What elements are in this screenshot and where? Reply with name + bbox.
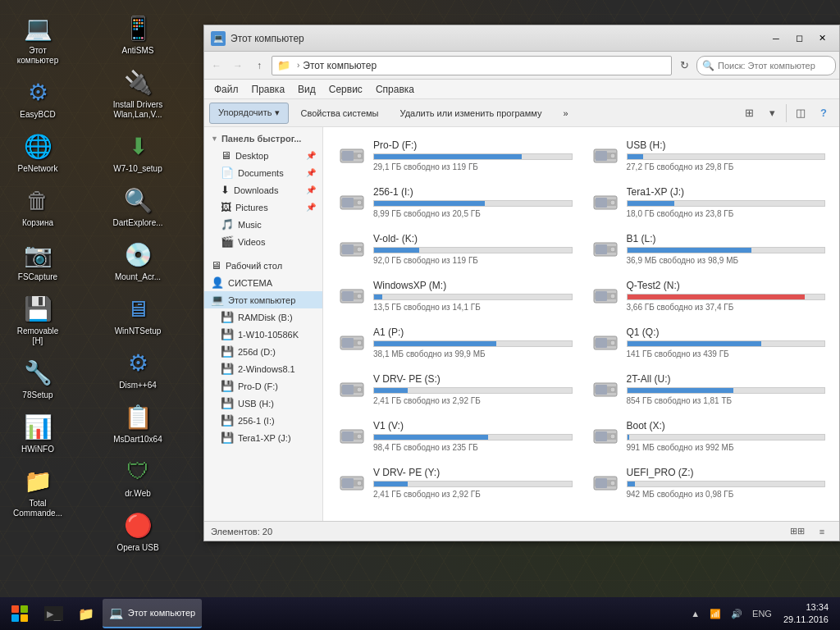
taskbar-this-pc[interactable]: 💻 Этот компьютер xyxy=(103,599,202,628)
sidebar-item-this-pc[interactable]: 💻 Этот компьютер xyxy=(204,291,322,308)
desktop-icon-8[interactable]: 📁 Total Commande... xyxy=(8,461,67,522)
sidebar-item-ramdisk[interactable]: 💾 RAMDisk (B:) xyxy=(204,308,322,326)
drive-item-0[interactable]: Pro-D (F:) 29,1 ГБ свободно из 119 ГБ xyxy=(330,134,580,177)
clock-time: 13:34 xyxy=(783,601,829,614)
systray-arrow[interactable]: ▲ xyxy=(687,609,703,619)
more-button[interactable]: » xyxy=(554,103,577,124)
sidebar-item-videos[interactable]: 🎬 Videos xyxy=(204,233,322,250)
drive-item-15[interactable]: UEFI_PRO (Z:) 942 МБ свободно из 0,98 ГБ xyxy=(583,461,833,504)
sidebar-item-music[interactable]: 🎵 Music xyxy=(204,216,322,233)
drive-item-8[interactable]: A1 (P:) 38,1 МБ свободно из 99,9 МБ xyxy=(330,321,580,364)
drive-bar-container-5 xyxy=(627,247,826,253)
systray-network[interactable]: 📶 xyxy=(706,609,724,619)
menu-item-правка[interactable]: Правка xyxy=(245,82,292,97)
drive-item-5[interactable]: B1 (L:) 36,9 МБ свободно из 98,9 МБ xyxy=(583,227,833,271)
drive-item-12[interactable]: V1 (V:) 98,4 ГБ свободно из 235 ГБ xyxy=(330,414,580,458)
desktop-icon-0[interactable]: 💻 Этот компьютер xyxy=(8,8,67,69)
menu-item-справка[interactable]: Справка xyxy=(369,82,421,97)
search-input[interactable] xyxy=(718,61,830,71)
drive-icon-2 xyxy=(337,188,367,217)
desktop-icon-5[interactable]: 💾 Removable [H] xyxy=(8,289,67,349)
desktop-icon-10[interactable]: 🔌 Install Drivers Wlan,Lan,V... xyxy=(108,62,167,123)
systray-lang[interactable]: ENG xyxy=(749,609,775,619)
close-button[interactable]: ✕ xyxy=(811,30,833,47)
desktop-icon-3[interactable]: 🗑 Корзина xyxy=(8,180,67,231)
back-button[interactable]: ← xyxy=(208,57,226,75)
address-box[interactable]: 📁 › Этот компьютер xyxy=(272,56,672,75)
sidebar-item-256d[interactable]: 💾 256d (D:) xyxy=(204,343,322,360)
organize-button[interactable]: Упорядочить ▾ xyxy=(209,103,289,124)
sidebar-item-w10[interactable]: 💾 1-W10-10586K xyxy=(204,326,322,343)
drive-item-3[interactable]: Tera1-XP (J:) 18,0 ГБ свободно из 23,8 Г… xyxy=(583,180,833,224)
sidebar-item-win8[interactable]: 💾 2-Windows8.1 xyxy=(204,360,322,377)
taskbar-explorer[interactable]: 📁 xyxy=(71,599,101,628)
maximize-button[interactable]: ◻ xyxy=(788,30,810,47)
quick-access-header[interactable]: ▼ Панель быстрог... xyxy=(204,130,322,147)
desktop-icon-4[interactable]: 📷 FSCapture xyxy=(8,235,67,285)
details-pane-button[interactable]: ◫ xyxy=(790,103,811,124)
svg-rect-22 xyxy=(596,244,607,254)
help-button[interactable]: ? xyxy=(813,103,834,124)
drive-item-9[interactable]: Q1 (Q:) 141 ГБ свободно из 439 ГБ xyxy=(583,321,833,364)
taskbar-cmd[interactable]: ▶_ xyxy=(38,599,70,628)
desktop-icon-7[interactable]: 📊 HWiNFO xyxy=(8,407,67,458)
desktop-icon-15[interactable]: ⚙ Dism++64 xyxy=(108,343,167,394)
status-bar: Элементов: 20 ⊞⊞ ≡ xyxy=(204,521,839,541)
view-options-button[interactable]: ▾ xyxy=(761,103,783,124)
desktop-icon-9[interactable]: 📱 AntiSMS xyxy=(108,8,167,59)
sidebar-item-tera1[interactable]: 💾 Tera1-XP (J:) xyxy=(204,429,322,446)
status-view-1[interactable]: ⊞⊞ xyxy=(787,521,808,542)
desktop-icon-17[interactable]: 🛡 dr.Web xyxy=(108,451,167,502)
drive-space-2: 8,99 ГБ свободно из 20,5 ГБ xyxy=(373,209,573,218)
desktop-icon-1[interactable]: ⚙ EasyBCD xyxy=(8,72,67,123)
start-button[interactable] xyxy=(3,599,36,628)
desktop-icon-12[interactable]: 🔍 DartExplore... xyxy=(108,180,167,231)
drive-icon-0 xyxy=(337,141,367,171)
drive-item-10[interactable]: V DRV- PE (S:) 2,41 ГБ свободно из 2,92 … xyxy=(330,368,580,411)
svg-point-47 xyxy=(610,387,615,392)
menu-item-файл[interactable]: Файл xyxy=(208,82,245,97)
up-button[interactable]: ↑ xyxy=(250,57,268,75)
desktop-icon-16[interactable]: 📋 MsDart10x64 xyxy=(108,397,167,448)
sidebar-item-sistema[interactable]: 👤 СИСТЕМА xyxy=(204,274,322,291)
desktop-icon-14[interactable]: 🖥 WinNTSetup xyxy=(108,289,167,340)
systray-volume[interactable]: 🔊 xyxy=(728,609,746,619)
sidebar-item-pictures[interactable]: 🖼 Pictures 📌 xyxy=(204,199,322,216)
sidebar-item-workdesk[interactable]: 🖥 Рабочий стол xyxy=(204,257,322,274)
sidebar-item-usbh[interactable]: 💾 USB (H:) xyxy=(204,395,322,412)
desktop-icon-18[interactable]: 🔴 Opera USB xyxy=(108,505,167,556)
sidebar-item-downloads[interactable]: ⬇ Downloads 📌 xyxy=(204,181,322,199)
svg-point-51 xyxy=(357,434,362,439)
drive-item-13[interactable]: Boot (X:) 991 МБ свободно из 992 МБ xyxy=(583,414,833,458)
drive-item-1[interactable]: USB (H:) 27,2 ГБ свободно из 29,8 ГБ xyxy=(583,134,833,177)
status-view-2[interactable]: ≡ xyxy=(811,521,833,542)
drive-item-4[interactable]: V-old- (K:) 92,0 ГБ свободно из 119 ГБ xyxy=(330,227,580,271)
drive-item-2[interactable]: 256-1 (I:) 8,99 ГБ свободно из 20,5 ГБ xyxy=(330,180,580,224)
desktop-icon-13[interactable]: 💿 Mount_Acr... xyxy=(108,235,167,285)
uninstall-button[interactable]: Удалить или изменить программу xyxy=(391,103,551,124)
minimize-button[interactable]: ─ xyxy=(765,30,787,47)
desktop-icon-11[interactable]: ⬇ W7-10_setup xyxy=(108,126,167,177)
refresh-button[interactable]: ↻ xyxy=(675,57,693,75)
clock[interactable]: 13:34 29.11.2016 xyxy=(778,601,833,627)
system-properties-button[interactable]: Свойства системы xyxy=(292,103,388,124)
sidebar-item-documents[interactable]: 📄 Documents 📌 xyxy=(204,164,322,181)
drive-item-6[interactable]: WindowsXP (M:) 13,5 ГБ свободно из 14,1 … xyxy=(330,274,580,317)
drive-item-11[interactable]: 2T-All (U:) 854 ГБ свободно из 1,81 ТБ xyxy=(583,368,833,411)
change-view-button[interactable]: ⊞ xyxy=(738,103,760,124)
drive-item-7[interactable]: Q-Test2 (N:) 3,66 ГБ свободно из 37,4 ГБ xyxy=(583,274,833,317)
desktop-icon-2[interactable]: 🌐 PeNetwork xyxy=(8,126,67,177)
menu-item-вид[interactable]: Вид xyxy=(291,82,322,97)
drive-bar-12 xyxy=(374,435,488,440)
menu-item-сервис[interactable]: Сервис xyxy=(322,82,369,97)
desktop-icon-6[interactable]: 🔧 78Setup xyxy=(8,353,67,404)
drive-item-14[interactable]: V DRV- PE (Y:) 2,41 ГБ свободно из 2,92 … xyxy=(330,461,580,504)
taskbar-right: ▲ 📶 🔊 ENG 13:34 29.11.2016 xyxy=(687,601,837,627)
search-box[interactable]: 🔍 xyxy=(696,56,836,75)
status-right: ⊞⊞ ≡ xyxy=(787,521,833,542)
sidebar-item-pictures-label: Pictures xyxy=(235,203,268,212)
forward-button[interactable]: → xyxy=(229,57,247,75)
sidebar-item-desktop[interactable]: 🖥 Desktop 📌 xyxy=(204,147,322,164)
sidebar-item-prod[interactable]: 💾 Pro-D (F:) xyxy=(204,377,322,395)
sidebar-item-256-1[interactable]: 💾 256-1 (I:) xyxy=(204,412,322,429)
